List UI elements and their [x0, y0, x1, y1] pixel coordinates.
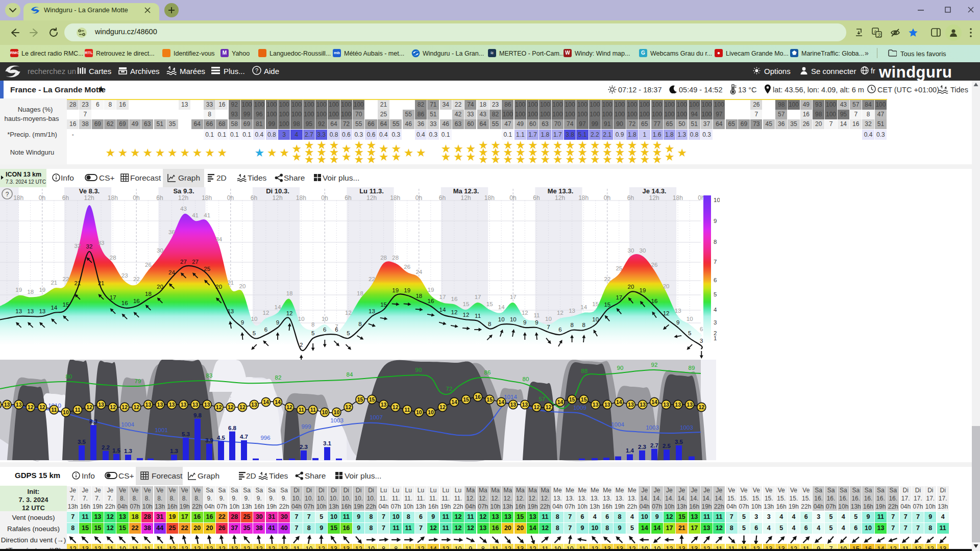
svg-text:18h: 18h [202, 194, 212, 202]
svg-text:23: 23 [121, 272, 128, 279]
svg-text:43: 43 [180, 206, 187, 212]
svg-text:13: 13 [15, 308, 22, 314]
svg-text:18h: 18h [578, 194, 589, 202]
svg-text:83: 83 [206, 372, 213, 379]
svg-text:18h: 18h [484, 194, 495, 202]
svg-text:16: 16 [121, 300, 128, 306]
svg-text:?: ? [6, 191, 9, 198]
svg-text:25: 25 [204, 266, 210, 272]
svg-text:4.5: 4.5 [217, 435, 226, 441]
svg-text:12h: 12h [555, 194, 565, 202]
svg-text:5: 5 [311, 330, 314, 336]
svg-text:15: 15 [380, 302, 387, 308]
svg-text:15: 15 [63, 302, 69, 308]
svg-text:19: 19 [39, 287, 45, 293]
svg-text:13: 13 [369, 308, 375, 314]
svg-text:12: 12 [239, 404, 246, 410]
svg-text:12: 12 [110, 404, 116, 410]
svg-text:13: 13 [27, 308, 34, 314]
svg-text:34: 34 [215, 236, 222, 242]
svg-text:90: 90 [617, 365, 624, 371]
svg-text:17: 17 [475, 294, 481, 300]
svg-text:26: 26 [404, 264, 410, 270]
svg-text:26: 26 [145, 262, 152, 268]
svg-text:5: 5 [714, 291, 717, 297]
svg-text:18h: 18h [296, 194, 306, 202]
svg-text:30: 30 [628, 247, 634, 254]
svg-text:21: 21 [227, 280, 234, 286]
svg-text:7: 7 [714, 259, 717, 265]
svg-text:6h: 6h [156, 194, 163, 202]
svg-text:13: 13 [181, 402, 187, 408]
svg-text:10: 10 [428, 409, 434, 415]
svg-text:16: 16 [428, 298, 434, 304]
svg-text:1004: 1004 [121, 421, 134, 428]
svg-text:8: 8 [570, 322, 573, 328]
svg-text:Lu 11.3.: Lu 11.3. [359, 187, 384, 195]
svg-text:19: 19 [640, 287, 646, 293]
svg-text:10: 10 [545, 316, 552, 322]
svg-text:13: 13 [675, 402, 681, 408]
svg-text:Ma 12.3.: Ma 12.3. [453, 187, 479, 195]
svg-text:9: 9 [676, 319, 679, 325]
svg-text:18: 18 [286, 290, 293, 296]
svg-text:19: 19 [15, 287, 22, 293]
svg-text:12: 12 [451, 309, 458, 315]
svg-text:12h: 12h [178, 194, 188, 202]
svg-text:15: 15 [569, 396, 575, 403]
svg-text:14: 14 [439, 307, 446, 313]
svg-text:27: 27 [192, 259, 199, 265]
svg-text:9: 9 [535, 319, 538, 325]
svg-text:16: 16 [451, 296, 458, 302]
svg-text:20: 20 [239, 283, 246, 289]
svg-text:10: 10 [498, 316, 505, 322]
svg-text:文: 文 [877, 33, 881, 37]
svg-text:12: 12 [121, 404, 128, 410]
svg-text:Di 10.3.: Di 10.3. [266, 187, 289, 195]
svg-text:19: 19 [404, 287, 410, 293]
svg-text:11: 11 [51, 407, 57, 413]
svg-text:12: 12 [546, 404, 552, 410]
svg-text:57: 57 [539, 396, 546, 402]
svg-text:6h: 6h [251, 194, 257, 202]
svg-text:18: 18 [27, 289, 34, 295]
svg-text:13: 13 [628, 402, 634, 408]
svg-text:92: 92 [651, 362, 658, 368]
svg-text:21: 21 [75, 280, 81, 286]
svg-text:Je 14.3.: Je 14.3. [643, 187, 667, 195]
svg-text:1.5: 1.5 [112, 447, 121, 454]
svg-text:14: 14 [580, 304, 587, 310]
svg-text:16: 16 [133, 298, 140, 304]
svg-text:20: 20 [628, 284, 634, 290]
svg-text:8: 8 [311, 321, 314, 328]
svg-text:1007: 1007 [370, 414, 383, 420]
svg-text:13: 13 [251, 402, 257, 408]
svg-text:8: 8 [358, 321, 361, 327]
svg-text:89: 89 [689, 365, 695, 371]
svg-text:3: 3 [700, 338, 703, 344]
svg-text:6h: 6h [627, 194, 634, 202]
svg-text:13: 13 [204, 402, 210, 408]
svg-text:8.3: 8.3 [89, 418, 97, 424]
svg-text:6.8: 6.8 [228, 425, 237, 431]
svg-text:13: 13 [98, 402, 104, 408]
svg-text:11: 11 [75, 407, 80, 413]
svg-text:0h: 0h [133, 194, 139, 202]
svg-text:10: 10 [334, 409, 340, 415]
svg-text:6h: 6h [533, 194, 540, 202]
svg-text:88: 88 [581, 368, 588, 374]
svg-text:Sa 9.3.: Sa 9.3. [173, 187, 194, 195]
svg-text:36: 36 [168, 229, 175, 235]
svg-text:1003: 1003 [330, 417, 344, 423]
svg-text:4.7: 4.7 [240, 434, 248, 440]
svg-text:11: 11 [404, 407, 410, 413]
svg-text:15: 15 [463, 301, 470, 307]
svg-text:13: 13 [169, 402, 175, 408]
svg-text:14: 14 [651, 399, 657, 405]
svg-text:19: 19 [428, 287, 434, 293]
svg-text:6: 6 [323, 327, 326, 333]
svg-text:8: 8 [488, 321, 491, 327]
svg-text:8: 8 [582, 322, 585, 328]
svg-text:20: 20 [215, 284, 222, 290]
svg-text:9: 9 [523, 319, 526, 325]
